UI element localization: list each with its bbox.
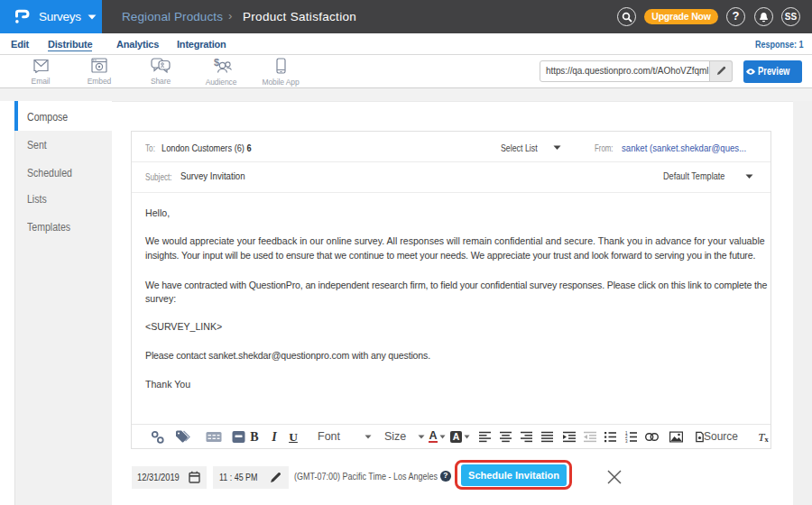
svg-text:$: $ <box>214 58 219 68</box>
svg-text:3: 3 <box>625 439 628 444</box>
